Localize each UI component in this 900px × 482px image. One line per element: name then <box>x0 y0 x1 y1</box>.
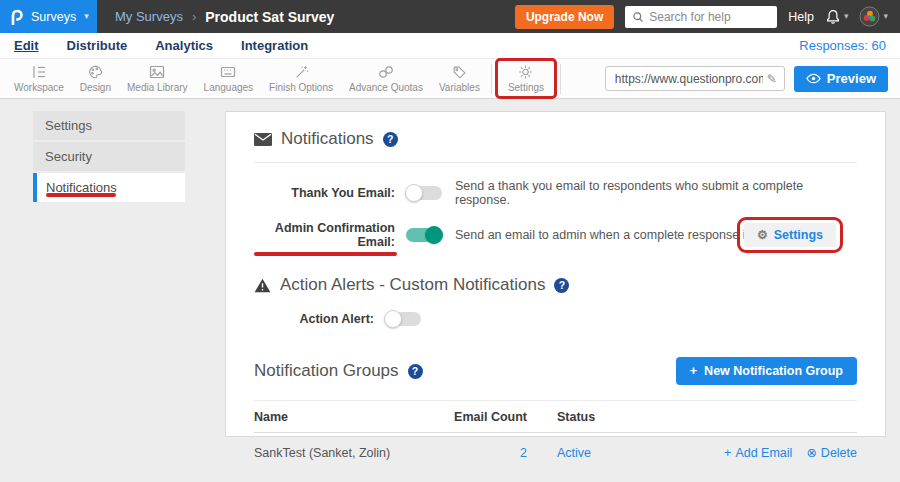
toolbar-item-advance-quotas[interactable]: Advance Quotas <box>341 59 431 98</box>
topbar-actions: Upgrade Now Help ▾ <box>515 5 900 29</box>
table-header-row: Name Email Count Status <box>254 400 857 433</box>
divider <box>254 162 857 163</box>
edit-url-icon[interactable]: ✎ <box>767 72 777 86</box>
preview-button[interactable]: Preview <box>794 66 888 92</box>
thank-you-email-label: Thank You Email: <box>254 186 395 200</box>
tab-edit[interactable]: Edit <box>14 38 39 53</box>
keyboard-icon <box>219 64 237 80</box>
gear-icon <box>517 64 534 80</box>
surveys-product-menu[interactable]: Surveys ▾ <box>0 0 97 33</box>
toolbar-label: Settings <box>508 82 544 93</box>
help-search-box <box>625 6 777 28</box>
sidebar-item-label: Security <box>45 149 92 164</box>
admin-confirmation-email-toggle[interactable] <box>406 228 442 242</box>
image-icon <box>148 64 166 80</box>
delete-link[interactable]: ⊗ Delete <box>806 445 857 460</box>
plus-icon: + <box>690 364 697 378</box>
help-icon[interactable]: ? <box>383 132 398 147</box>
tab-analytics[interactable]: Analytics <box>155 38 213 53</box>
gear-icon: ⚙ <box>757 228 768 242</box>
eye-icon <box>806 73 821 84</box>
survey-url-box: ✎ <box>605 66 785 91</box>
edit-toolbar: Workspace Design Media Library Languag <box>0 59 900 99</box>
group-name: SankTest (Sanket, Zolin) <box>254 446 442 460</box>
toolbar-item-variables[interactable]: Variables <box>431 59 488 98</box>
help-icon[interactable]: ? <box>554 278 569 293</box>
thank-you-email-row: Thank You Email: Send a thank you email … <box>254 179 857 207</box>
notification-groups-header: Notification Groups ? + New Notification… <box>254 357 857 385</box>
account-menu[interactable]: ▾ <box>859 6 888 27</box>
column-header-name: Name <box>254 410 442 424</box>
section-title: Action Alerts - Custom Notifications <box>280 275 545 295</box>
email-count-link[interactable]: 2 <box>520 446 527 460</box>
action-alert-toggle[interactable] <box>385 312 421 326</box>
toolbar-right: ✎ Preview <box>605 66 900 92</box>
section-title: Notification Groups <box>254 361 399 381</box>
toolbar-item-workspace[interactable]: Workspace <box>6 59 72 98</box>
admin-confirmation-email-label: Admin Confirmation Email: <box>254 221 395 249</box>
workspace-icon <box>30 64 48 80</box>
warning-triangle-icon <box>254 278 271 293</box>
new-group-label: New Notification Group <box>704 364 843 378</box>
toolbar-label: Advance Quotas <box>349 82 423 93</box>
chevron-down-icon: ▾ <box>844 12 849 21</box>
top-bar: Surveys ▾ My Surveys › Product Sat Surve… <box>0 0 900 33</box>
breadcrumb: My Surveys › Product Sat Survey <box>115 9 334 25</box>
toolbar-label: Languages <box>204 82 254 93</box>
new-notification-group-button[interactable]: + New Notification Group <box>676 357 857 385</box>
notifications-bell-menu[interactable]: ▾ <box>825 9 849 25</box>
upgrade-now-button[interactable]: Upgrade Now <box>515 5 614 29</box>
admin-confirmation-email-row: Admin Confirmation Email: Send an email … <box>254 221 857 249</box>
avatar <box>859 6 880 27</box>
surveys-menu-label: Surveys <box>31 10 76 24</box>
chain-links-icon <box>377 64 395 80</box>
envelope-icon <box>254 133 272 146</box>
chevron-down-icon: ▾ <box>84 12 89 21</box>
responses-count-link[interactable]: Responses: 60 <box>799 38 886 53</box>
toolbar-item-languages[interactable]: Languages <box>196 59 262 98</box>
column-header-status: Status <box>527 410 677 424</box>
breadcrumb-my-surveys[interactable]: My Surveys <box>115 9 183 24</box>
toolbar-item-settings[interactable]: Settings <box>500 59 552 98</box>
section-title: Notifications <box>281 129 374 149</box>
toolbar-label: Media Library <box>127 82 188 93</box>
toolbar-label: Design <box>80 82 111 93</box>
settings-page: Settings Security Notifications Notifica… <box>0 99 900 482</box>
search-icon <box>632 11 644 23</box>
thank-you-email-description: Send a thank you email to respondents wh… <box>455 179 857 207</box>
help-search-input[interactable] <box>649 10 770 24</box>
annotation-box: ⚙ Settings <box>737 217 843 253</box>
toolbar-label: Variables <box>439 82 480 93</box>
breadcrumb-separator-icon: › <box>192 9 196 24</box>
settings-button-label: Settings <box>774 228 823 242</box>
tab-distribute[interactable]: Distribute <box>67 38 128 53</box>
help-link[interactable]: Help <box>788 10 814 24</box>
toolbar-item-finish-options[interactable]: Finish Options <box>261 59 341 98</box>
chevron-down-icon: ▾ <box>883 12 888 21</box>
admin-confirmation-email-label-text: Admin Confirmation Email: <box>254 221 395 249</box>
sidebar-item-security[interactable]: Security <box>33 142 185 171</box>
page-title: Product Sat Survey <box>205 9 334 25</box>
sidebar-item-settings[interactable]: Settings <box>33 111 185 140</box>
thank-you-email-toggle[interactable] <box>406 186 442 200</box>
add-email-label: Add Email <box>735 446 792 460</box>
annotation-underline <box>46 193 116 197</box>
action-alerts-section-header: Action Alerts - Custom Notifications ? <box>254 275 857 295</box>
table-row: SankTest (Sanket, Zolin) 2 Active + Add … <box>254 433 857 472</box>
toolbar-item-design[interactable]: Design <box>72 59 119 98</box>
toolbar-label: Finish Options <box>269 82 333 93</box>
notifications-panel: Notifications ? Thank You Email: Send a … <box>225 111 886 437</box>
help-icon[interactable]: ? <box>408 364 423 379</box>
survey-url-input[interactable] <box>606 72 767 86</box>
toolbar-label: Workspace <box>14 82 64 93</box>
sidebar-item-label: Settings <box>45 118 92 133</box>
add-email-link[interactable]: + Add Email <box>724 445 792 460</box>
delete-circle-icon: ⊗ <box>806 445 816 460</box>
toolbar-item-media-library[interactable]: Media Library <box>119 59 196 98</box>
tab-integration[interactable]: Integration <box>241 38 308 53</box>
action-alert-label: Action Alert: <box>254 312 374 326</box>
status-link[interactable]: Active <box>557 446 591 460</box>
settings-sidebar: Settings Security Notifications <box>33 111 185 204</box>
admin-email-settings-button[interactable]: ⚙ Settings <box>744 223 836 247</box>
sidebar-item-notifications[interactable]: Notifications <box>33 173 185 202</box>
